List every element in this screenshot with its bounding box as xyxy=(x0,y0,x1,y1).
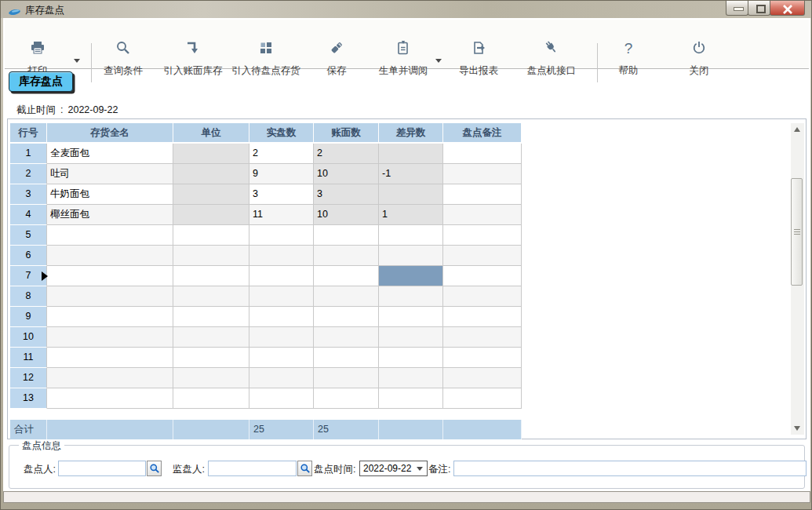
row-number-cell[interactable]: 13 xyxy=(10,388,47,409)
grid-cell-name[interactable] xyxy=(47,266,173,286)
grid-cell-name[interactable] xyxy=(47,368,173,388)
grid-cell-name[interactable] xyxy=(47,307,173,327)
row-number-cell[interactable]: 8 xyxy=(10,286,47,307)
vertical-scrollbar[interactable] xyxy=(791,123,804,435)
column-header-name[interactable]: 存货全名 xyxy=(47,123,173,144)
grid-cell-diff[interactable] xyxy=(379,348,443,368)
grid-cell-name[interactable] xyxy=(47,388,173,409)
grid-cell-diff[interactable] xyxy=(379,266,443,286)
grid-cell-note[interactable] xyxy=(443,246,522,266)
grid-cell-note[interactable] xyxy=(443,164,522,184)
grid-cell-note[interactable] xyxy=(443,205,522,225)
grid-cell-unit[interactable] xyxy=(173,348,249,368)
scroll-up-button[interactable] xyxy=(791,123,804,136)
grid-cell-actual[interactable]: 9 xyxy=(249,164,314,184)
title-bar[interactable]: 库存盘点 xyxy=(1,1,811,18)
grid-cell-unit[interactable] xyxy=(173,144,249,164)
grid-cell-note[interactable] xyxy=(443,225,522,246)
grid-cell-book[interactable] xyxy=(314,266,379,286)
chevron-down-icon[interactable] xyxy=(74,59,80,63)
close-window-button[interactable] xyxy=(770,1,805,16)
maximize-button[interactable] xyxy=(748,1,770,16)
grid-cell-unit[interactable] xyxy=(173,184,249,205)
grid-cell-note[interactable] xyxy=(443,307,522,327)
column-header-unit[interactable]: 单位 xyxy=(173,123,249,144)
row-number-cell[interactable]: 11 xyxy=(10,348,47,368)
grid-cell-name[interactable] xyxy=(47,246,173,266)
grid-cell-book[interactable] xyxy=(314,246,379,266)
row-number-cell[interactable]: 12 xyxy=(10,368,47,388)
tab-inventory-count[interactable]: 库存盘点 xyxy=(9,71,73,92)
grid-cell-unit[interactable] xyxy=(173,286,249,307)
grid-cell-unit[interactable] xyxy=(173,327,249,348)
grid-cell-name[interactable]: 全麦面包 xyxy=(47,144,173,164)
grid-cell-diff[interactable] xyxy=(379,388,443,409)
grid-cell-book[interactable] xyxy=(314,225,379,246)
minimize-button[interactable] xyxy=(726,1,748,16)
datetime-dropdown[interactable]: 2022-09-22 xyxy=(359,461,428,476)
grid-cell-diff[interactable] xyxy=(379,225,443,246)
grid-cell-note[interactable] xyxy=(443,144,522,164)
row-number-cell[interactable]: 1 xyxy=(10,144,47,164)
grid-cell-book[interactable]: 3 xyxy=(314,184,379,205)
grid-cell-actual[interactable] xyxy=(249,246,314,266)
column-header-no[interactable]: 行号 xyxy=(10,123,47,144)
column-header-diff[interactable]: 差异数 xyxy=(379,123,443,144)
grid-cell-unit[interactable] xyxy=(173,388,249,409)
grid-cell-name[interactable]: 椰丝面包 xyxy=(47,205,173,225)
grid-cell-name[interactable] xyxy=(47,225,173,246)
grid-cell-unit[interactable] xyxy=(173,225,249,246)
grid-cell-unit[interactable] xyxy=(173,307,249,327)
column-header-actual[interactable]: 实盘数 xyxy=(249,123,314,144)
row-number-cell[interactable]: 10 xyxy=(10,327,47,348)
grid-cell-book[interactable]: 2 xyxy=(314,144,379,164)
grid-cell-diff[interactable] xyxy=(379,246,443,266)
grid-cell-actual[interactable]: 2 xyxy=(249,144,314,164)
grid-cell-diff[interactable] xyxy=(379,286,443,307)
grid-cell-note[interactable] xyxy=(443,184,522,205)
grid-cell-unit[interactable] xyxy=(173,266,249,286)
grid-cell-diff[interactable] xyxy=(379,307,443,327)
grid-cell-actual[interactable] xyxy=(249,307,314,327)
grid-cell-name[interactable]: 吐司 xyxy=(47,164,173,184)
toolbar-close-button[interactable]: 关闭 xyxy=(656,40,742,86)
grid-cell-book[interactable]: 10 xyxy=(314,164,379,184)
grid-cell-unit[interactable] xyxy=(173,164,249,184)
toolbar-generate-button[interactable]: 生单并调阅 xyxy=(360,40,446,86)
grid-cell-note[interactable] xyxy=(443,327,522,348)
grid-cell-actual[interactable]: 11 xyxy=(249,205,314,225)
counter-input[interactable] xyxy=(58,461,146,476)
grid-cell-diff[interactable] xyxy=(379,144,443,164)
grid-cell-note[interactable] xyxy=(443,286,522,307)
grid-cell-note[interactable] xyxy=(443,368,522,388)
grid-cell-book[interactable] xyxy=(314,307,379,327)
grid-cell-note[interactable] xyxy=(443,266,522,286)
grid-cell-actual[interactable] xyxy=(249,368,314,388)
grid-cell-diff[interactable] xyxy=(379,184,443,205)
grid-cell-diff[interactable] xyxy=(379,368,443,388)
grid-cell-actual[interactable] xyxy=(249,348,314,368)
grid-cell-name[interactable]: 牛奶面包 xyxy=(47,184,173,205)
row-number-cell[interactable]: 2 xyxy=(10,164,47,184)
grid-cell-book[interactable] xyxy=(314,286,379,307)
row-number-cell[interactable]: 5 xyxy=(10,225,47,246)
supervisor-input[interactable] xyxy=(208,461,297,476)
note-input[interactable] xyxy=(453,461,807,476)
toolbar-device-button[interactable]: 盘点机接口 xyxy=(508,40,595,86)
grid-cell-diff[interactable] xyxy=(379,327,443,348)
scrollbar-thumb[interactable] xyxy=(791,178,803,286)
grid-cell-book[interactable] xyxy=(314,327,379,348)
counter-lookup-button[interactable] xyxy=(147,461,162,476)
grid-cell-unit[interactable] xyxy=(173,246,249,266)
row-number-cell[interactable]: 4 xyxy=(10,205,47,225)
grid-cell-actual[interactable] xyxy=(249,388,314,409)
column-header-book[interactable]: 账面数 xyxy=(314,123,379,144)
grid-cell-name[interactable] xyxy=(47,286,173,307)
supervisor-lookup-button[interactable] xyxy=(297,461,312,476)
grid-cell-book[interactable] xyxy=(314,348,379,368)
grid-cell-diff[interactable]: 1 xyxy=(379,205,443,225)
row-number-cell[interactable]: 9 xyxy=(10,307,47,327)
grid-cell-book[interactable] xyxy=(314,388,379,409)
grid-cell-name[interactable] xyxy=(47,348,173,368)
row-number-cell[interactable]: 3 xyxy=(10,184,47,205)
